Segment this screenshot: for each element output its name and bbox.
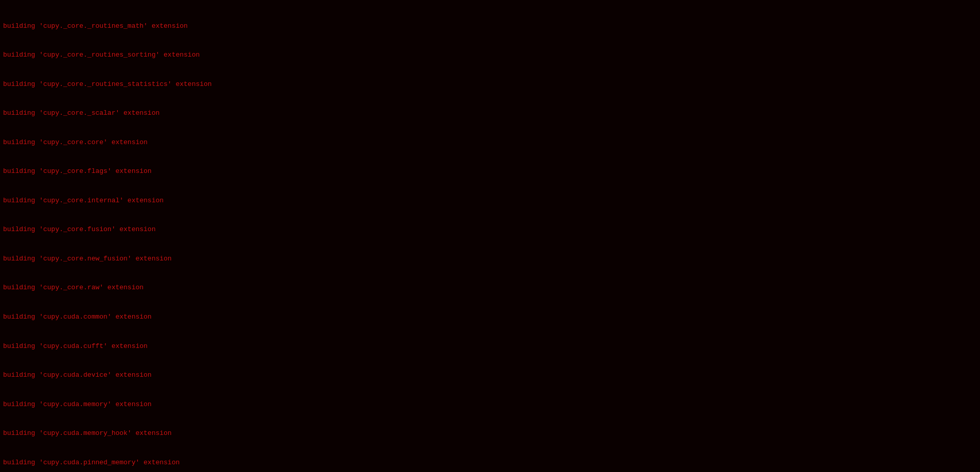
- terminal-line-13: building 'cupy.cuda.device' extension: [3, 371, 977, 380]
- terminal-line-8: building 'cupy._core.fusion' extension: [3, 225, 977, 235]
- terminal-line-5: building 'cupy._core.core' extension: [3, 138, 977, 148]
- terminal-line-12: building 'cupy.cuda.cufft' extension: [3, 342, 977, 352]
- terminal-window: building 'cupy._core._routines_math' ext…: [3, 2, 977, 472]
- terminal-line-4: building 'cupy._core._scalar' extension: [3, 109, 977, 118]
- terminal-line-9: building 'cupy._core.new_fusion' extensi…: [3, 254, 977, 264]
- terminal-line-10: building 'cupy._core.raw' extension: [3, 283, 977, 293]
- terminal-line-1: building 'cupy._core._routines_math' ext…: [3, 22, 977, 31]
- terminal-line-3: building 'cupy._core._routines_statistic…: [3, 80, 977, 90]
- terminal-line-11: building 'cupy.cuda.common' extension: [3, 312, 977, 322]
- terminal-line-6: building 'cupy._core.flags' extension: [3, 167, 977, 177]
- terminal-line-7: building 'cupy._core.internal' extension: [3, 196, 977, 206]
- terminal-line-16: building 'cupy.cuda.pinned_memory' exten…: [3, 458, 977, 468]
- terminal-line-14: building 'cupy.cuda.memory' extension: [3, 400, 977, 410]
- terminal-line-2: building 'cupy._core._routines_sorting' …: [3, 50, 977, 60]
- terminal-line-15: building 'cupy.cuda.memory_hook' extensi…: [3, 429, 977, 439]
